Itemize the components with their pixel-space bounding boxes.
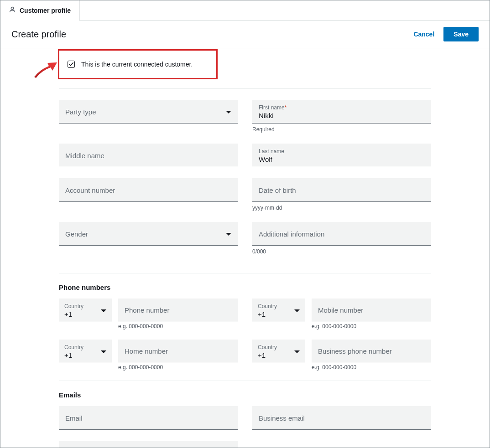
- dob-input[interactable]: Date of birth: [252, 178, 431, 202]
- party-type-field: Party type: [59, 100, 238, 133]
- cancel-button[interactable]: Cancel: [413, 31, 434, 38]
- phone-number-group: Country +1 Phone number e.g. 000-000-000…: [59, 299, 238, 330]
- phone-country-select[interactable]: Country +1: [59, 299, 112, 322]
- home-number-input[interactable]: Home number: [118, 340, 238, 363]
- email-field: Email: [59, 406, 238, 430]
- chevron-down-icon: [101, 350, 106, 353]
- business-email-input[interactable]: Business email: [252, 406, 431, 430]
- middle-name-input[interactable]: Middle name: [59, 144, 238, 167]
- first-name-field: First name* Nikki Required: [252, 100, 431, 133]
- mobile-number-placeholder: Mobile number: [318, 306, 363, 314]
- country-label: Country: [258, 344, 300, 350]
- connected-customer-label: This is the current connected customer.: [81, 61, 193, 68]
- home-number-placeholder: Home number: [125, 347, 168, 355]
- user-icon: [9, 6, 16, 15]
- additional-info-field: Additional information 0/000: [252, 222, 431, 255]
- phone-section: Phone numbers Country +1 Phone number e.…: [59, 273, 431, 371]
- business-number-input[interactable]: Business phone number: [312, 340, 431, 363]
- country-label: Country: [258, 303, 300, 309]
- tab-header: Customer profile: [0, 0, 490, 21]
- middle-name-placeholder: Middle name: [65, 152, 231, 160]
- dob-helper: yyyy-mm-dd: [252, 205, 431, 211]
- country-value: +1: [64, 351, 106, 359]
- business-email-field: Business email: [252, 406, 431, 430]
- title-bar: Create profile Cancel Save: [0, 21, 490, 48]
- first-name-input[interactable]: First name* Nikki: [252, 100, 431, 124]
- phone-number-input[interactable]: Phone number: [118, 299, 238, 322]
- mobile-country-select[interactable]: Country +1: [252, 299, 305, 322]
- country-label: Country: [64, 344, 106, 350]
- phone-hint: e.g. 000-000-0000: [118, 364, 163, 371]
- check-icon: [68, 62, 74, 67]
- first-name-value: Nikki: [259, 112, 425, 119]
- first-name-helper: Required: [252, 126, 431, 133]
- page-title: Create profile: [11, 29, 66, 40]
- last-name-label: Last name: [259, 148, 425, 154]
- home-country-select[interactable]: Country +1: [59, 340, 112, 363]
- connected-customer-highlight: This is the current connected customer.: [58, 49, 218, 79]
- dob-field: Date of birth yyyy-mm-dd: [252, 178, 431, 211]
- phone-hint: e.g. 000-000-0000: [118, 323, 163, 330]
- business-number-group: Country +1 Business phone number e.g. 00…: [252, 340, 431, 371]
- account-number-input[interactable]: Account number: [59, 178, 238, 202]
- party-type-placeholder: Party type: [65, 108, 96, 116]
- chevron-down-icon: [294, 350, 300, 353]
- first-name-label: First name*: [259, 104, 425, 111]
- email-section-title: Emails: [59, 391, 431, 399]
- phone-section-title: Phone numbers: [59, 283, 431, 291]
- mobile-number-group: Country +1 Mobile number e.g. 000-000-00…: [252, 299, 431, 330]
- country-value: +1: [258, 351, 300, 359]
- actions: Cancel Save: [413, 27, 479, 41]
- email-placeholder: Email: [65, 414, 231, 422]
- connected-customer-checkbox[interactable]: [68, 61, 75, 68]
- last-name-field: Last name Wolf: [252, 144, 431, 167]
- save-button[interactable]: Save: [443, 27, 479, 41]
- divider: [59, 273, 431, 273]
- email-section: Emails Email Business email Personal ema…: [59, 381, 431, 448]
- additional-info-placeholder: Additional information: [259, 230, 425, 238]
- svg-point-0: [11, 7, 13, 10]
- mobile-number-input[interactable]: Mobile number: [312, 299, 431, 322]
- business-number-placeholder: Business phone number: [318, 347, 392, 355]
- email-input[interactable]: Email: [59, 406, 238, 430]
- chevron-down-icon: [226, 233, 231, 236]
- tab-customer-profile[interactable]: Customer profile: [0, 0, 79, 21]
- account-number-field: Account number: [59, 178, 238, 211]
- party-type-select[interactable]: Party type: [59, 100, 238, 124]
- chevron-down-icon: [101, 309, 106, 312]
- personal-email-input[interactable]: Personal email: [59, 441, 238, 448]
- last-name-value: Wolf: [259, 155, 425, 163]
- chevron-down-icon: [294, 309, 300, 312]
- additional-info-helper: 0/000: [252, 248, 431, 255]
- phone-number-placeholder: Phone number: [125, 306, 169, 314]
- phone-hint: e.g. 000-000-0000: [312, 323, 356, 330]
- business-country-select[interactable]: Country +1: [252, 340, 305, 363]
- divider: [59, 88, 431, 89]
- middle-name-field: Middle name: [59, 144, 238, 167]
- form-content: This is the current connected customer. …: [0, 49, 490, 448]
- country-value: +1: [64, 310, 106, 318]
- gender-placeholder: Gender: [65, 230, 88, 238]
- country-value: +1: [258, 310, 300, 318]
- home-number-group: Country +1 Home number e.g. 000-000-0000: [59, 340, 238, 371]
- tab-label: Customer profile: [20, 7, 71, 14]
- gender-select[interactable]: Gender: [59, 222, 238, 246]
- gender-field: Gender: [59, 222, 238, 255]
- business-email-placeholder: Business email: [259, 414, 425, 422]
- dob-placeholder: Date of birth: [259, 186, 425, 194]
- personal-email-field: Personal email: [59, 441, 238, 448]
- account-number-placeholder: Account number: [65, 186, 231, 194]
- chevron-down-icon: [226, 111, 231, 113]
- last-name-input[interactable]: Last name Wolf: [252, 144, 431, 167]
- country-label: Country: [64, 303, 106, 309]
- phone-hint: e.g. 000-000-0000: [312, 364, 356, 371]
- additional-info-input[interactable]: Additional information: [252, 222, 431, 246]
- divider: [59, 381, 431, 381]
